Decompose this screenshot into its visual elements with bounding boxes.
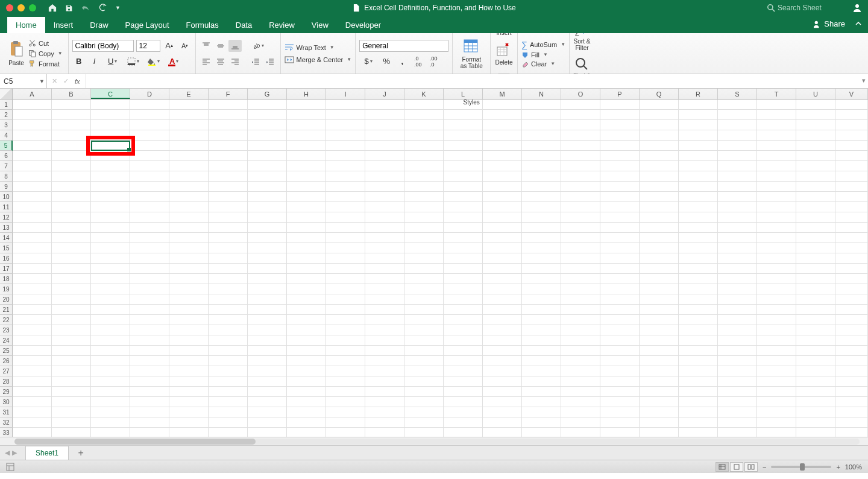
underline-button[interactable]: U▾ [104,56,122,68]
row-header-18[interactable]: 18 [0,274,13,284]
increase-font-button[interactable]: A▴ [163,40,176,52]
row-header-26[interactable]: 26 [0,356,13,366]
row-header-1[interactable]: 1 [0,100,13,110]
currency-button[interactable]: $▾ [359,56,377,68]
column-header-C[interactable]: C [91,89,130,99]
column-header-N[interactable]: N [522,89,561,99]
borders-button[interactable]: ▾ [124,56,142,68]
row-header-16[interactable]: 16 [0,253,13,264]
cut-button[interactable]: Cut [27,39,64,48]
tab-insert[interactable]: Insert [45,17,82,33]
column-header-G[interactable]: G [248,89,287,99]
decrease-indent-button[interactable] [249,56,262,68]
save-icon[interactable] [65,4,73,12]
column-header-J[interactable]: J [365,89,404,99]
scroll-thumb[interactable] [14,439,256,445]
wrap-text-button[interactable]: Wrap Text▼ [285,43,352,52]
share-button[interactable]: Share [813,19,845,28]
name-box-dropdown-icon[interactable]: ▼ [39,78,45,84]
row-header-23[interactable]: 23 [0,325,13,335]
row-header-21[interactable]: 21 [0,305,13,315]
row-header-10[interactable]: 10 [0,192,13,202]
number-format-select[interactable] [359,40,448,52]
clear-button[interactable]: Clear▼ [521,60,565,68]
row-header-17[interactable]: 17 [0,264,13,274]
column-header-D[interactable]: D [130,89,169,99]
row-header-3[interactable]: 3 [0,120,13,130]
select-all-corner[interactable] [0,89,13,99]
align-middle-button[interactable] [214,40,227,52]
tab-review[interactable]: Review [260,17,303,33]
row-header-2[interactable]: 2 [0,110,13,120]
align-left-button[interactable] [200,56,213,68]
row-header-30[interactable]: 30 [0,397,13,407]
row-header-15[interactable]: 15 [0,243,13,253]
bold-button[interactable]: B [72,56,86,68]
search-sheet[interactable] [767,4,844,12]
row-header-32[interactable]: 32 [0,417,13,428]
formula-input[interactable] [86,74,868,88]
align-bottom-button[interactable] [228,40,242,52]
prev-sheet-icon[interactable]: ◀ [5,449,10,457]
add-sheet-button[interactable]: + [74,447,88,459]
row-header-33[interactable]: 33 [0,428,13,437]
column-header-R[interactable]: R [679,89,718,99]
tab-view[interactable]: View [303,17,337,33]
decrease-decimal-button[interactable]: .00.0 [427,56,440,68]
row-header-20[interactable]: 20 [0,294,13,305]
collapse-ribbon-icon[interactable] [855,20,862,27]
align-top-button[interactable] [200,40,213,52]
tab-data[interactable]: Data [227,17,260,33]
row-header-6[interactable]: 6 [0,151,13,161]
column-header-V[interactable]: V [835,89,868,99]
enter-formula-icon[interactable]: ✓ [63,77,69,85]
redo-icon[interactable] [98,4,107,12]
column-header-B[interactable]: B [52,89,91,99]
row-header-19[interactable]: 19 [0,284,13,294]
column-header-S[interactable]: S [718,89,757,99]
page-break-view-button[interactable] [744,462,758,472]
comma-button[interactable]: , [395,56,409,68]
font-name-select[interactable] [72,40,134,52]
italic-button[interactable]: I [88,56,101,68]
minimize-window-button[interactable] [17,4,25,11]
expand-formula-bar-icon[interactable]: ▾ [862,77,866,84]
column-header-E[interactable]: E [169,89,209,99]
fx-icon[interactable]: fx [75,78,80,85]
column-header-I[interactable]: I [326,89,365,99]
row-header-11[interactable]: 11 [0,202,13,212]
search-input[interactable] [778,4,844,12]
column-header-H[interactable]: H [287,89,326,99]
row-header-12[interactable]: 12 [0,212,13,223]
zoom-level[interactable]: 100% [845,463,862,471]
row-header-29[interactable]: 29 [0,387,13,397]
tab-page-layout[interactable]: Page Layout [117,17,178,33]
column-header-F[interactable]: F [209,89,248,99]
zoom-out-button[interactable]: − [763,463,766,471]
row-header-9[interactable]: 9 [0,182,13,192]
row-header-4[interactable]: 4 [0,130,13,141]
format-painter-button[interactable]: Format [27,59,64,68]
font-color-button[interactable]: A▾ [165,56,183,68]
orientation-button[interactable]: ab▾ [249,40,267,52]
fill-button[interactable]: Fill▼ [521,51,565,59]
undo-icon[interactable] [81,4,90,11]
increase-indent-button[interactable] [263,56,277,68]
row-header-25[interactable]: 25 [0,346,13,356]
row-header-27[interactable]: 27 [0,366,13,376]
cells-area[interactable] [13,100,868,437]
sheet-tab[interactable]: Sheet1 [25,446,69,460]
column-header-A[interactable]: A [13,89,52,99]
delete-cells-button[interactable]: Delete [494,41,514,66]
zoom-slider[interactable] [771,466,831,468]
column-header-P[interactable]: P [600,89,640,99]
row-header-24[interactable]: 24 [0,335,13,346]
merge-center-button[interactable]: Merge & Center▼ [285,56,352,64]
tab-formulas[interactable]: Formulas [178,17,227,33]
increase-decimal-button[interactable]: .0.00 [411,56,424,68]
row-header-28[interactable]: 28 [0,376,13,387]
user-icon[interactable] [852,3,862,13]
format-as-table-button[interactable]: Format as Table [456,38,486,69]
next-sheet-icon[interactable]: ▶ [12,449,17,457]
name-box[interactable]: C5▼ [0,74,47,88]
